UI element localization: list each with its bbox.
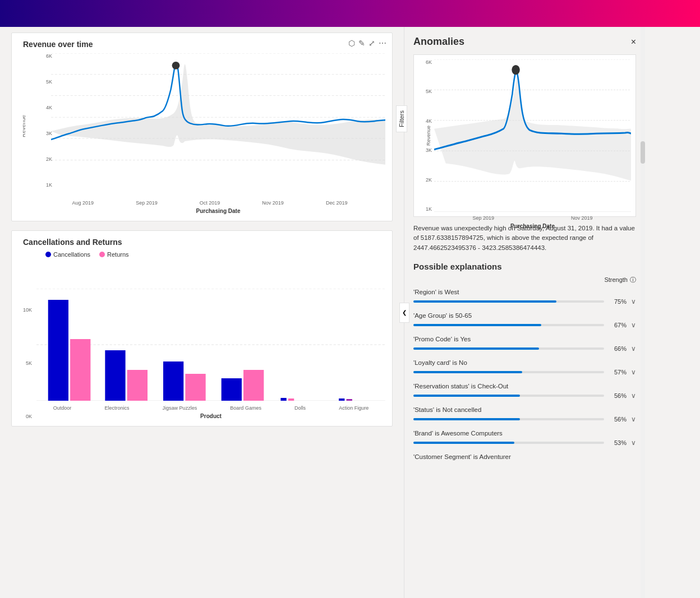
x-tick-nov: Nov 2019 [262,200,284,206]
anomaly-x-sep: Sep 2019 [472,215,494,221]
explanation-label-5: 'Status' is Not cancelled [413,406,636,413]
expand-icon-1[interactable]: ∨ [631,321,636,329]
bar-chart-container: Cancellations and Returns Cancellations … [11,230,393,427]
chevron-left-icon: ❮ [402,309,407,316]
explanation-bar-fill-2 [413,347,539,350]
anomaly-y-2k: 2K [426,177,432,183]
explanation-bar-bg-1 [413,324,604,326]
svg-rect-18 [243,370,264,401]
revenue-x-ticks: Aug 2019 Sep 2019 Oct 2019 Nov 2019 Dec … [23,200,385,206]
svg-rect-14 [127,370,148,401]
anomaly-y-1k: 1K [426,206,432,212]
explanation-item-4: 'Reservation status' is Check-Out 56% ∨ [413,383,636,400]
expand-icon-5[interactable]: ∨ [631,415,636,423]
revenue-y-ticks: 6K 5K 4K 3K 2K 1K [39,53,52,188]
svg-rect-20 [288,398,294,401]
explanation-bar-fill-4 [413,395,520,397]
edit-icon[interactable]: ✎ [358,39,365,48]
possible-explanations-title: Possible explanations [413,262,636,271]
svg-point-7 [172,62,180,69]
bar-chart-area: 10K 5K 0K [23,262,385,419]
explanation-pct-6: 53% [609,439,627,446]
explanation-item-5: 'Status' is Not cancelled 56% ∨ [413,406,636,423]
explanation-label-6: 'Brand' is Awesome Computers [413,430,636,437]
strength-info-icon[interactable]: ⓘ [630,276,636,284]
revenue-svg [51,53,385,181]
svg-rect-13 [105,350,125,401]
chart-toolbar: ⬡ ✎ ⤢ ⋯ [348,39,386,48]
strength-label: Strength [604,276,628,283]
svg-rect-12 [70,339,90,401]
anomaly-y-label: Revenue [426,126,431,146]
bar-x-boardgames: Board Games [230,405,261,411]
expand-icon-2[interactable]: ∨ [631,345,636,353]
anomalies-panel: Anomalies × 6K 5K 4K 3K 2K 1K Revenue [404,27,645,598]
panel-title: Anomalies [413,36,464,48]
expand-icon-3[interactable]: ∨ [631,368,636,376]
bar-x-action: Action Figure [339,405,369,411]
explanation-pct-0: 75% [609,298,627,305]
explanation-bar-bg-6 [413,442,604,444]
explanation-pct-5: 56% [609,416,627,423]
explanation-bar-bg-2 [413,347,604,350]
more-icon[interactable]: ⋯ [379,39,386,48]
bar-x-outdoor: Outdoor [53,405,72,411]
svg-rect-19 [280,398,286,401]
explanation-bar-row-6: 53% ∨ [413,439,636,447]
explanation-item-3: 'Loyalty card' is No 57% ∨ [413,359,636,376]
expand-icon[interactable]: ⤢ [369,39,375,48]
explanation-pct-2: 66% [609,345,627,352]
anomaly-y-5k: 5K [426,89,432,94]
explanation-item-6: 'Brand' is Awesome Computers 53% ∨ [413,430,636,447]
cancellations-label: Cancellations [53,251,90,258]
svg-rect-22 [347,399,352,401]
revenue-chart-area: 6K 5K 4K 3K 2K 1K Revenue [23,53,385,199]
bar-x-electronics: Electronics [104,405,129,411]
svg-rect-16 [185,374,205,401]
legend-cancellations: Cancellations [45,251,90,258]
revenue-chart-container: ⬡ ✎ ⤢ ⋯ Revenue over time 6K 5K 4K 3K 2K… [11,33,393,221]
bar-x-jigsaw: Jigsaw Puzzles [163,405,197,411]
bar-chart-legend: Cancellations Returns [45,251,385,258]
bar-chart-title: Cancellations and Returns [23,238,385,247]
svg-rect-21 [339,398,344,401]
explanation-bar-row-1: 67% ∨ [413,321,636,329]
svg-rect-17 [222,378,242,401]
expand-icon-4[interactable]: ∨ [631,392,636,400]
explanation-bar-bg-3 [413,371,604,373]
anomaly-x-nov: Nov 2019 [571,215,593,221]
anomaly-x-label: Purchasing Date [434,223,631,229]
explanation-bar-row-4: 56% ∨ [413,392,636,400]
explanation-label-2: 'Promo Code' is Yes [413,336,636,342]
returns-dot [99,252,105,257]
left-content: ⬡ ✎ ⤢ ⋯ Revenue over time 6K 5K 4K 3K 2K… [0,27,404,598]
filter-icon[interactable]: ⬡ [348,39,355,48]
filters-tab[interactable]: Filters [396,105,407,132]
svg-point-29 [512,65,519,75]
bar-y-10k: 10K [23,307,32,313]
anomaly-y-6k: 6K [426,59,432,65]
explanation-item-0: 'Region' is West 75% ∨ [413,289,636,305]
close-button[interactable]: × [631,37,636,47]
collapse-arrow[interactable]: ❮ [399,303,409,323]
revenue-y-label: Revenue [23,115,26,137]
expand-icon-0[interactable]: ∨ [631,298,636,305]
strength-header: Strength ⓘ [413,276,636,284]
scrollbar-thumb[interactable] [641,141,645,164]
scrollbar[interactable] [641,27,645,598]
anomaly-chart-area: 6K 5K 4K 3K 2K 1K Revenue [413,54,636,217]
main-area: ⬡ ✎ ⤢ ⋯ Revenue over time 6K 5K 4K 3K 2K… [0,27,700,598]
anomaly-y-3k: 3K [426,147,432,153]
legend-returns: Returns [99,251,129,258]
returns-label: Returns [107,251,129,258]
expand-icon-6[interactable]: ∨ [631,439,636,447]
explanation-item-1: 'Age Group' is 50-65 67% ∨ [413,312,636,329]
bar-y-0k: 0K [26,414,32,419]
explanation-bar-bg-0 [413,300,604,303]
explanation-item-7: 'Customer Segment' is Adventurer [413,453,636,462]
explanation-label-7: 'Customer Segment' is Adventurer [413,453,636,460]
anomaly-svg [434,59,631,212]
svg-rect-15 [163,361,183,401]
bar-x-label: Product [36,413,385,419]
x-tick-oct: Oct 2019 [200,200,220,206]
